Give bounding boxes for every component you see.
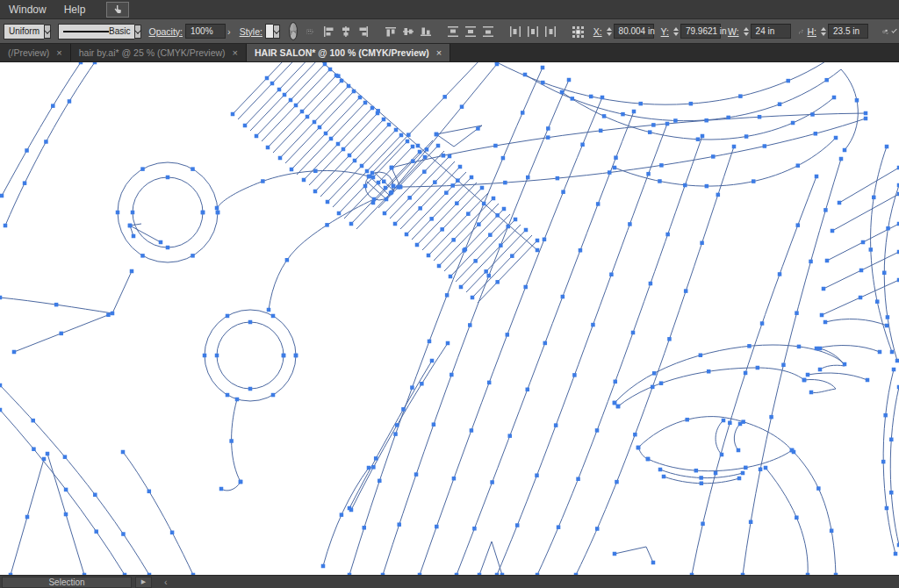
- anchor-point[interactable]: [495, 280, 500, 284]
- anchor-point[interactable]: [495, 213, 500, 218]
- anchor-point[interactable]: [452, 477, 457, 481]
- menu-window[interactable]: Window: [0, 0, 55, 19]
- anchor-point[interactable]: [392, 184, 396, 189]
- anchor-point[interactable]: [480, 186, 485, 190]
- anchor-point[interactable]: [265, 76, 270, 81]
- opacity-label[interactable]: Opacity:: [148, 26, 183, 37]
- anchor-point[interactable]: [326, 200, 330, 204]
- anchor-point[interactable]: [615, 480, 619, 484]
- anchor-point[interactable]: [507, 434, 512, 438]
- anchor-point[interactable]: [543, 238, 547, 242]
- anchor-point[interactable]: [324, 132, 328, 136]
- anchor-point[interactable]: [360, 164, 364, 169]
- anchor-point[interactable]: [806, 373, 810, 377]
- anchor-point[interactable]: [824, 78, 829, 82]
- anchor-point[interactable]: [608, 170, 612, 175]
- anchor-point[interactable]: [613, 166, 617, 170]
- anchor-point[interactable]: [466, 212, 471, 216]
- anchor-point[interactable]: [294, 354, 298, 358]
- anchor-point[interactable]: [271, 393, 276, 398]
- anchor-point[interactable]: [749, 520, 753, 524]
- anchor-point[interactable]: [763, 144, 767, 148]
- distribute-vertical-bottom-icon[interactable]: [481, 25, 495, 39]
- anchor-point[interactable]: [422, 169, 427, 174]
- anchor-point[interactable]: [738, 422, 743, 427]
- style-chevron-icon[interactable]: [273, 25, 280, 39]
- anchor-point[interactable]: [294, 104, 298, 108]
- anchor-point[interactable]: [737, 477, 742, 481]
- anchor-point[interactable]: [46, 452, 50, 456]
- anchor-point[interactable]: [430, 359, 435, 363]
- align-vertical-bottom-icon[interactable]: [419, 25, 433, 39]
- anchor-point[interactable]: [580, 143, 585, 147]
- anchor-point[interactable]: [885, 324, 889, 328]
- anchor-point[interactable]: [889, 438, 894, 442]
- distribute-vertical-center-icon[interactable]: [464, 25, 478, 39]
- anchor-point[interactable]: [649, 282, 653, 286]
- anchor-point[interactable]: [646, 457, 651, 462]
- anchor-point[interactable]: [744, 371, 748, 376]
- anchor-point[interactable]: [741, 471, 745, 476]
- artwork-path[interactable]: [2, 62, 81, 196]
- anchor-point[interactable]: [599, 129, 603, 133]
- anchor-point[interactable]: [886, 226, 890, 231]
- anchor-point[interactable]: [219, 487, 224, 491]
- anchor-point[interactable]: [437, 264, 442, 269]
- anchor-point[interactable]: [271, 314, 276, 319]
- y-field[interactable]: 79.9621 in: [680, 24, 721, 39]
- anchor-point[interactable]: [0, 384, 2, 388]
- artwork-path[interactable]: [825, 319, 887, 326]
- artboard-canvas[interactable]: [0, 62, 899, 575]
- anchor-point[interactable]: [416, 144, 421, 148]
- artwork-path[interactable]: [615, 547, 653, 563]
- anchor-point[interactable]: [484, 269, 488, 274]
- anchor-point[interactable]: [121, 450, 126, 455]
- artwork-path[interactable]: [5, 62, 95, 226]
- anchor-point[interactable]: [406, 133, 411, 137]
- anchor-point[interactable]: [541, 81, 545, 85]
- anchor-point[interactable]: [659, 381, 664, 385]
- anchor-point[interactable]: [822, 287, 826, 291]
- anchor-point[interactable]: [54, 303, 59, 307]
- anchor-point[interactable]: [340, 513, 344, 517]
- anchor-point[interactable]: [406, 140, 410, 144]
- anchor-point[interactable]: [348, 506, 352, 511]
- distribute-horizontal-left-icon[interactable]: [508, 25, 522, 39]
- anchor-point[interactable]: [313, 120, 317, 125]
- anchor-point[interactable]: [353, 159, 357, 163]
- anchor-point[interactable]: [407, 196, 412, 200]
- select-similar-icon[interactable]: [306, 25, 314, 39]
- artwork-path[interactable]: [349, 361, 432, 508]
- y-stepper[interactable]: [673, 27, 679, 36]
- anchor-point[interactable]: [166, 176, 170, 180]
- anchor-point[interactable]: [226, 314, 230, 319]
- anchor-point[interactable]: [515, 523, 520, 527]
- anchor-point[interactable]: [684, 289, 688, 293]
- anchor-point[interactable]: [451, 238, 456, 242]
- anchor-point[interactable]: [235, 398, 240, 402]
- anchor-point[interactable]: [376, 109, 380, 113]
- anchor-point[interactable]: [662, 475, 666, 479]
- artwork-path[interactable]: [349, 68, 543, 575]
- align-vertical-center-icon[interactable]: [401, 25, 415, 39]
- anchor-point[interactable]: [140, 254, 145, 258]
- artwork-path[interactable]: [436, 125, 482, 147]
- anchor-point[interactable]: [390, 166, 394, 170]
- anchor-point[interactable]: [895, 359, 899, 363]
- anchor-point[interactable]: [394, 128, 399, 133]
- anchor-point[interactable]: [382, 180, 386, 184]
- anchor-point[interactable]: [714, 471, 718, 476]
- anchor-point[interactable]: [839, 157, 844, 161]
- anchor-point[interactable]: [401, 407, 406, 412]
- anchor-point[interactable]: [892, 368, 896, 372]
- anchor-point[interactable]: [823, 320, 828, 325]
- artwork-path[interactable]: [256, 64, 330, 141]
- anchor-point[interactable]: [722, 419, 726, 423]
- x-stepper[interactable]: [607, 27, 612, 36]
- anchor-point[interactable]: [591, 323, 595, 327]
- anchor-point[interactable]: [526, 176, 530, 180]
- anchor-point[interactable]: [464, 247, 468, 252]
- w-field[interactable]: 24 in: [751, 24, 791, 39]
- opacity-more-icon[interactable]: ›: [227, 26, 231, 37]
- anchor-point[interactable]: [614, 155, 618, 160]
